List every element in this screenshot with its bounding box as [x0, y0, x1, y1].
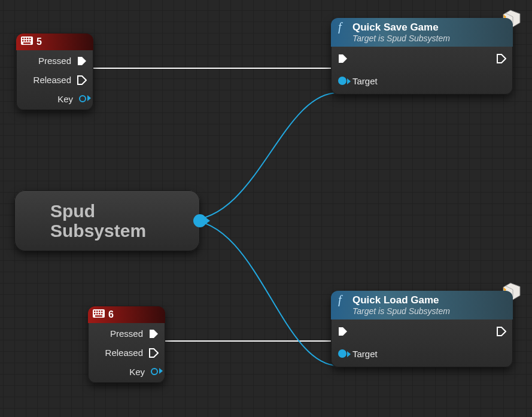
svg-rect-9	[23, 42, 31, 44]
exec-out-pin[interactable]	[149, 329, 158, 338]
pin-label-key: Key	[129, 367, 145, 377]
data-out-pin[interactable]	[151, 367, 158, 377]
function-title: Quick Load Game	[352, 294, 450, 306]
svg-rect-7	[27, 40, 29, 42]
event-title: 6	[108, 309, 114, 320]
svg-rect-19	[95, 315, 102, 317]
pin-label-target: Target	[352, 349, 378, 359]
pin-label-pressed: Pressed	[110, 328, 143, 339]
svg-rect-2	[25, 38, 26, 39]
exec-out-pin[interactable]	[497, 54, 506, 63]
exec-out-pin[interactable]	[77, 75, 86, 84]
pin-label-key: Key	[57, 94, 73, 104]
pin-label-released: Released	[105, 348, 143, 358]
pin-label-pressed: Pressed	[38, 56, 71, 66]
data-out-pin[interactable]	[79, 94, 86, 104]
pin-label-target: Target	[352, 76, 378, 86]
svg-rect-14	[101, 311, 103, 312]
keyboard-icon	[93, 309, 105, 320]
event-title: 5	[37, 36, 42, 47]
svg-rect-18	[101, 313, 103, 315]
quick-load-game-node[interactable]: f Quick Load Game Target is Spud Subsyst…	[331, 291, 513, 367]
svg-rect-1	[22, 38, 24, 39]
function-subtitle: Target is Spud Subsystem	[352, 34, 450, 43]
exec-in-pin[interactable]	[338, 327, 347, 336]
svg-rect-4	[29, 38, 31, 39]
svg-rect-16	[96, 313, 98, 315]
event-key-5-node[interactable]: 5 Pressed Released Key	[16, 34, 93, 110]
svg-rect-6	[25, 40, 26, 42]
svg-rect-5	[22, 40, 24, 42]
event-key-6-node[interactable]: 6 Pressed Released Key	[88, 306, 165, 383]
function-icon: f	[337, 294, 348, 309]
svg-text:f: f	[338, 294, 343, 306]
subsystem-node[interactable]: Spud Subsystem	[14, 190, 200, 251]
svg-rect-3	[27, 38, 29, 39]
svg-rect-11	[94, 311, 96, 312]
event-header[interactable]: 6	[88, 306, 165, 323]
function-header[interactable]: f Quick Load Game Target is Spud Subsyst…	[331, 291, 513, 319]
target-in-pin[interactable]	[338, 77, 346, 85]
subsystem-title: Spud Subsystem	[50, 201, 187, 241]
function-icon: f	[337, 22, 348, 36]
target-in-pin[interactable]	[338, 349, 346, 358]
svg-rect-15	[94, 313, 96, 315]
function-header[interactable]: f Quick Save Game Target is Spud Subsyst…	[331, 18, 513, 47]
pin-label-released: Released	[34, 75, 71, 85]
exec-in-pin[interactable]	[338, 54, 347, 63]
object-out-pin[interactable]	[194, 215, 205, 226]
svg-rect-12	[96, 311, 98, 312]
function-title: Quick Save Game	[352, 22, 450, 34]
function-subtitle: Target is Spud Subsystem	[352, 306, 450, 316]
exec-out-pin[interactable]	[149, 348, 158, 357]
svg-rect-13	[99, 311, 101, 312]
exec-out-pin[interactable]	[497, 327, 506, 336]
quick-save-game-node[interactable]: f Quick Save Game Target is Spud Subsyst…	[331, 18, 513, 95]
event-header[interactable]: 5	[16, 34, 93, 50]
exec-out-pin[interactable]	[77, 56, 86, 65]
svg-rect-17	[99, 313, 101, 315]
svg-rect-8	[29, 40, 31, 42]
svg-text:f: f	[338, 22, 343, 34]
keyboard-icon	[21, 36, 33, 47]
